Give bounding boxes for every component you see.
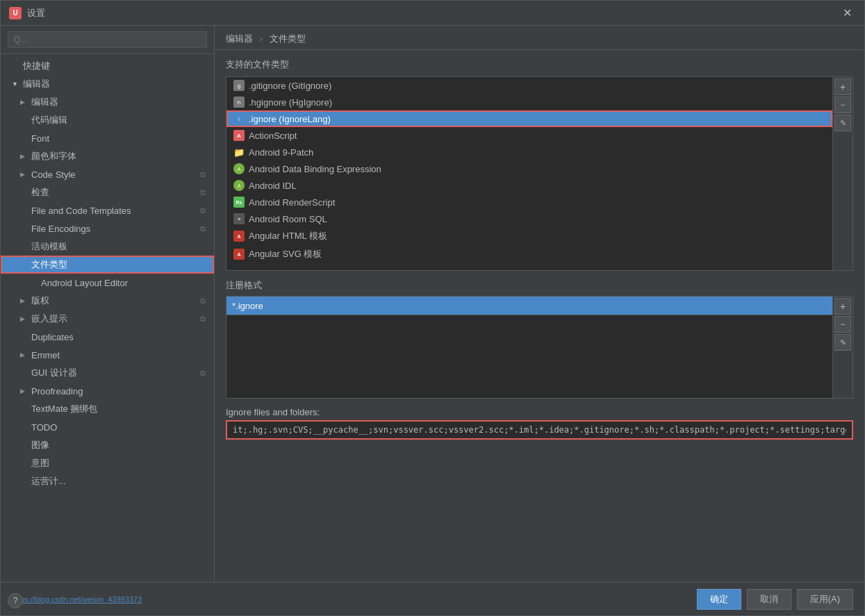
file-icon: i (233, 113, 245, 124)
sidebar-item-editor-parent[interactable]: ▼ 编辑器 (1, 75, 214, 93)
right-panel: 编辑器 › 文件类型 支持的文件类型 g .gitignore (GitIgno… (215, 26, 864, 582)
sidebar-item-duplicates[interactable]: Duplicates (1, 328, 214, 346)
arrow-icon: ▶ (20, 153, 30, 160)
sidebar-item-label: 颜色和字体 (31, 150, 76, 163)
list-item[interactable]: A ActionScript (226, 127, 832, 144)
panel-body: 支持的文件类型 g .gitignore (GitIgnore) h .hgig… (215, 50, 864, 582)
file-type-name: Android IDL (249, 181, 297, 191)
copy-icon: ⧉ (200, 170, 206, 179)
sidebar-item-label: 编辑器 (31, 96, 58, 108)
sidebar-item-label: Duplicates (31, 332, 74, 342)
sidebar-item-label: 活动模板 (31, 240, 67, 253)
sidebar-item-gui-designer[interactable]: GUI 设计器 ⧉ (1, 364, 214, 382)
supported-title: 支持的文件类型 (226, 58, 853, 71)
sidebar-item-editor-sub[interactable]: ▶ 编辑器 (1, 93, 214, 111)
remove-reg-button[interactable]: − (834, 316, 851, 333)
copy-icon: ⧉ (200, 188, 206, 197)
sidebar-item-label: Proofreading (31, 386, 83, 397)
url-link[interactable]: https://blog.csdn.net/weixin_43993373 (12, 595, 142, 603)
sidebar-item-code-style[interactable]: ▶ Code Style ⧉ (1, 165, 214, 183)
file-types-container: g .gitignore (GitIgnore) h .hgignore (Hg… (226, 76, 853, 271)
reg-input-area: + − ✎ (226, 296, 853, 399)
sidebar-item-image[interactable]: 图像 (1, 436, 214, 454)
sidebar-item-shortcut[interactable]: 快捷键 (1, 57, 214, 75)
list-item-selected[interactable]: i .ignore (IgnoreLang) (226, 110, 832, 127)
file-type-name: .gitignore (GitIgnore) (249, 81, 331, 91)
sidebar-item-code-edit[interactable]: 代码编辑 (1, 111, 214, 129)
close-button[interactable]: ✕ (839, 5, 856, 21)
file-type-name: Angular SVG 模板 (249, 248, 322, 260)
add-file-type-button[interactable]: + (834, 78, 851, 95)
file-icon: A (233, 231, 245, 242)
sidebar-item-android-layout-editor[interactable]: Android Layout Editor (1, 274, 214, 292)
file-icon: 📁 (233, 147, 245, 158)
sidebar-item-label: Android Layout Editor (41, 278, 128, 288)
dialog-title: 设置 (27, 7, 839, 19)
file-icon: Rs (233, 197, 245, 208)
list-item[interactable]: A Android IDL (226, 177, 832, 194)
list-item[interactable]: Rs Android RenderScript (226, 194, 832, 210)
sidebar-item-color-font[interactable]: ▶ 颜色和字体 (1, 147, 214, 165)
edit-file-type-button[interactable]: ✎ (834, 115, 851, 131)
sidebar-item-file-types[interactable]: 文件类型 (1, 256, 214, 274)
sidebar-item-file-code-templates[interactable]: File and Code Templates ⧉ (1, 201, 214, 219)
sidebar-item-label: 图像 (31, 439, 49, 451)
help-button[interactable]: ? (8, 593, 23, 608)
edit-reg-button[interactable]: ✎ (834, 334, 851, 351)
reg-side-buttons: + − ✎ (833, 296, 853, 399)
cancel-button[interactable]: 取消 (747, 589, 791, 610)
search-input[interactable] (8, 31, 207, 48)
sidebar-item-label: 代码编辑 (31, 114, 67, 126)
sidebar-item-label: 编辑器 (23, 78, 50, 90)
sidebar-item-label: TextMate 捆绑包 (31, 403, 97, 415)
sidebar-item-emmet[interactable]: ▶ Emmet (1, 346, 214, 364)
list-side-buttons: + − ✎ (833, 76, 853, 271)
sidebar-item-more[interactable]: 运营计... (1, 472, 214, 490)
sidebar-item-embed-hints[interactable]: ▶ 嵌入提示 ⧉ (1, 310, 214, 328)
file-type-name: Angular HTML 模板 (249, 230, 327, 242)
ignore-section: Ignore files and folders: (226, 407, 853, 440)
sidebar-item-label: 文件类型 (31, 258, 67, 271)
remove-file-type-button[interactable]: − (834, 97, 851, 113)
sidebar-item-font[interactable]: Font (1, 129, 214, 147)
sidebar-tree: 快捷键 ▼ 编辑器 ▶ 编辑器 代码编辑 (1, 54, 214, 493)
reg-middle (226, 296, 833, 399)
sidebar-item-activity-template[interactable]: 活动模板 (1, 238, 214, 256)
sidebar-item-intent[interactable]: 意图 (1, 454, 214, 472)
file-icon: A (233, 163, 245, 174)
list-item[interactable]: 📁 Android 9-Patch (226, 144, 832, 160)
sidebar-item-textmate[interactable]: TextMate 捆绑包 (1, 400, 214, 418)
file-icon: A (233, 180, 245, 191)
reg-input[interactable] (226, 296, 833, 315)
list-item[interactable]: A Android Data Binding Expression (226, 160, 832, 177)
apply-button[interactable]: 应用(A) (797, 589, 853, 610)
file-type-name: Android Room SQL (249, 214, 327, 224)
copy-icon: ⧉ (200, 315, 206, 324)
sidebar-item-label: Font (31, 133, 49, 144)
sidebar: 快捷键 ▼ 编辑器 ▶ 编辑器 代码编辑 (1, 26, 215, 582)
list-item[interactable]: A Angular SVG 模板 (226, 245, 832, 263)
confirm-button[interactable]: 确定 (697, 589, 741, 610)
arrow-icon: ▶ (20, 388, 30, 394)
add-reg-button[interactable]: + (834, 298, 851, 315)
file-type-name: Android Data Binding Expression (249, 164, 381, 174)
sidebar-item-inspection[interactable]: 检查 ⧉ (1, 183, 214, 201)
reg-input-row (226, 296, 833, 315)
ignore-input[interactable] (226, 420, 853, 440)
title-bar: U 设置 ✕ (1, 1, 864, 26)
file-type-name: .hgignore (HgIgnore) (249, 97, 332, 108)
list-item[interactable]: A Angular HTML 模板 (226, 227, 832, 245)
list-item[interactable]: h .hgignore (HgIgnore) (226, 94, 832, 110)
sidebar-item-todo[interactable]: TODO (1, 418, 214, 436)
breadcrumb-editor: 编辑器 (226, 33, 253, 44)
list-item[interactable]: g .gitignore (GitIgnore) (226, 77, 832, 94)
sidebar-item-label: File Encodings (31, 224, 90, 234)
sidebar-item-proofreading[interactable]: ▶ Proofreading (1, 382, 214, 400)
list-item[interactable]: ≡ Android Room SQL (226, 210, 832, 227)
sidebar-item-label: Emmet (31, 350, 60, 360)
sidebar-item-label: GUI 设计器 (31, 367, 77, 379)
breadcrumb-separator: › (260, 33, 265, 44)
arrow-icon: ▶ (20, 351, 30, 358)
sidebar-item-copyright[interactable]: ▶ 版权 ⧉ (1, 292, 214, 310)
sidebar-item-file-encodings[interactable]: File Encodings ⧉ (1, 219, 214, 238)
